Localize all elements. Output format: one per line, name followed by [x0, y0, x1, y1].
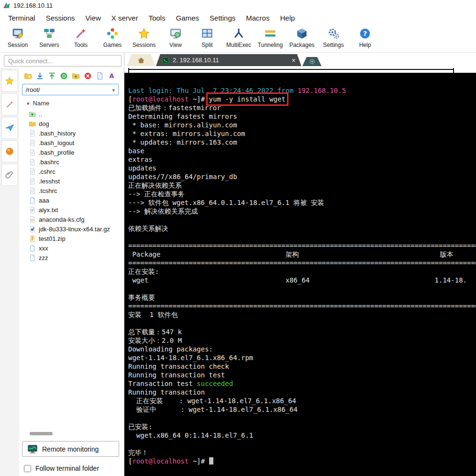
file-list-header[interactable]: Name [22, 96, 122, 109]
toolbar-button-tunneling[interactable]: Tunneling [255, 25, 286, 48]
file-item[interactable]: dog [22, 119, 122, 128]
terminal-line: wget.x86_64 0:1.14-18.el7_6.1 [128, 431, 476, 440]
menu-item-sessions[interactable]: Sessions [41, 12, 80, 24]
terminal-text: Determining fastest mirrors [128, 113, 237, 120]
bookmarks-folder-icon [24, 72, 32, 80]
terminal-text: 正在解决依赖关系 [128, 181, 182, 189]
toolbar-button-help[interactable]: Help [349, 25, 381, 48]
upload-icon [48, 72, 56, 80]
bookmarks-button[interactable] [23, 71, 33, 81]
servers-icon [43, 27, 55, 40]
toolbar-button-settings[interactable]: Settings [318, 25, 349, 48]
terminal-text: Downloading packages: [128, 345, 213, 353]
menu-item-games[interactable]: Games [171, 12, 204, 24]
file-item[interactable]: alyx.txt [22, 205, 122, 215]
terminal-text: 总下载量：547 k [128, 328, 182, 336]
upload-button[interactable] [47, 71, 57, 81]
toolbar-button-sessions[interactable]: Sessions [128, 25, 160, 48]
toolbar-button-multiexec[interactable]: MultiExec [223, 25, 255, 48]
terminal-text: ========================================… [128, 302, 476, 310]
terminal-text: 正在安装 : wget-1.14-18.el7_6.1.x86_64 [128, 397, 296, 405]
encoding-button[interactable] [107, 71, 117, 81]
terminal-line: wget-1.14-18.el7_6.1.x86_64.rpm [128, 353, 476, 362]
terminal-text: 完毕！ [128, 449, 148, 456]
file-item[interactable]: .tcshrc [22, 186, 122, 195]
new-folder-button[interactable] [71, 71, 81, 81]
terminal-line: 已加载插件：fastestmirror [128, 103, 476, 112]
terminal-output[interactable]: Last login: Thu Jul 7 23:24:46 2022 from… [124, 73, 476, 476]
toolbar-button-servers[interactable]: Servers [33, 25, 65, 48]
new-file-button[interactable] [95, 71, 105, 81]
macros-plane-icon [5, 123, 14, 133]
terminal-line: 安装 1 软件包 [128, 310, 476, 319]
file-item[interactable]: xxx [22, 243, 122, 253]
terminal-line: wget x86_64 1.14-18. [128, 276, 476, 284]
file-item[interactable]: .lesshst [22, 176, 122, 186]
menu-item-terminal[interactable]: Terminal [3, 12, 41, 24]
menu-item-tools[interactable]: Tools [144, 12, 171, 24]
file-name: .bashrc [39, 159, 59, 166]
toolbar-button-tools[interactable]: Tools [65, 25, 97, 48]
terminal-text: 安装大小：2.0 M [128, 337, 182, 344]
path-dropdown[interactable]: /root/ [22, 84, 119, 95]
download-icon [36, 72, 44, 80]
file-item[interactable]: .cshrc [22, 167, 122, 176]
file-item[interactable]: .bash_logout [22, 138, 122, 147]
disconnect-button[interactable] [83, 71, 93, 81]
toolbar-button-packages[interactable]: Packages [286, 25, 318, 48]
file-name: .lesshst [39, 178, 60, 185]
toolbar-button-split[interactable]: Split [191, 25, 223, 48]
terminal-line: Determining fastest mirrors [128, 112, 476, 121]
terminal-text: Running transaction [128, 388, 205, 396]
file-icon [29, 139, 36, 147]
tab-home[interactable] [127, 54, 155, 66]
terminal-line: 验证中 : wget-1.14-18.el7_6.1.x86_64 [128, 405, 476, 414]
file-item[interactable]: .bash_profile [22, 147, 122, 157]
file-name: alyx.txt [39, 206, 58, 214]
terminal-text: ---> 软件包 wget.x86_64.0.1.14-18.el7_6.1 将… [128, 199, 324, 206]
side-tab-attachments[interactable] [1, 164, 18, 186]
horizontal-scrollbar-thumb[interactable] [30, 432, 53, 435]
file-name: .bash_history [39, 130, 76, 137]
file-item[interactable]: .bashrc [22, 157, 122, 167]
close-tab-icon[interactable] [292, 57, 296, 64]
menu-item-settings[interactable]: Settings [204, 12, 241, 24]
download-button[interactable] [35, 71, 45, 81]
side-tab-xserver[interactable] [1, 140, 18, 162]
file-item[interactable]: jdk-8u333-linux-x64.tar.gz [22, 224, 122, 234]
side-strip [0, 68, 19, 476]
toolbar-button-games[interactable]: Games [97, 25, 128, 48]
file-name: jdk-8u333-linux-x64.tar.gz [39, 226, 110, 233]
follow-terminal-folder-checkbox[interactable] [24, 465, 31, 472]
refresh-button[interactable] [59, 71, 69, 81]
tunneling-icon [264, 27, 277, 40]
menu-item-help[interactable]: Help [275, 12, 300, 24]
tab-active-session[interactable]: 2. 192.168.10.11 [156, 54, 301, 66]
terminal-cursor [209, 457, 213, 465]
menu-item-view[interactable]: View [80, 12, 106, 24]
terminal-text: 事务概要 [128, 294, 155, 301]
doc-icon [29, 254, 36, 261]
toolbar-button-view[interactable]: View [160, 25, 191, 48]
side-tab-macros[interactable] [1, 117, 18, 139]
menu-item-x-server[interactable]: X server [106, 12, 144, 24]
side-tab-sessions[interactable] [1, 70, 18, 92]
file-icon [29, 130, 36, 137]
terminal-line [128, 440, 476, 448]
file-item[interactable]: zzz [22, 253, 122, 262]
side-tab-tools[interactable] [1, 93, 18, 115]
terminal-line: Running transaction test [128, 371, 476, 379]
file-item[interactable]: .bash_history [22, 128, 122, 138]
new-tab-button[interactable] [302, 57, 321, 66]
menu-item-macros[interactable]: Macros [241, 12, 275, 24]
terminal-text: updates [128, 164, 156, 172]
file-item[interactable]: aaa [22, 195, 122, 205]
toolbar-button-session[interactable]: Session [2, 25, 33, 48]
file-item[interactable]: test01.zip [22, 234, 122, 243]
quick-connect-input[interactable] [4, 55, 122, 67]
remote-monitoring-button[interactable]: Remote monitoring [22, 441, 119, 457]
attachments-clip-icon [5, 170, 14, 180]
file-icon [29, 187, 36, 194]
file-item[interactable]: anaconda-ks.cfg [22, 215, 122, 224]
file-item[interactable]: .. [22, 109, 122, 119]
